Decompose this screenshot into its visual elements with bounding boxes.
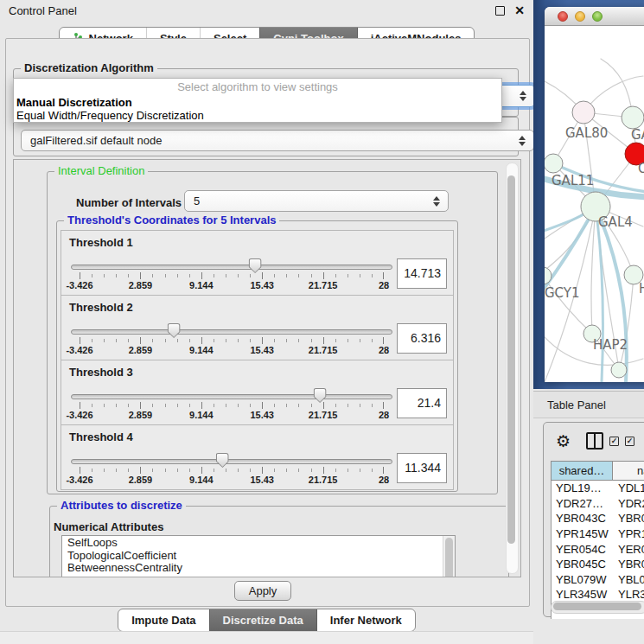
scale-tick-label: 28 xyxy=(379,475,389,485)
tab-discretize-data[interactable]: Discretize Data xyxy=(209,609,316,631)
attribute-item[interactable]: TopologicalCoefficient xyxy=(62,549,455,562)
table-row[interactable]: YDL19…YDL1 xyxy=(552,481,644,496)
table-cell: YBR045C xyxy=(552,558,614,571)
table-cell: YDR2 xyxy=(614,497,644,510)
control-panel-titlebar: Control Panel ✕ xyxy=(0,0,533,21)
scrollbar-thumb[interactable] xyxy=(507,175,515,544)
apply-button[interactable]: Apply xyxy=(234,581,291,601)
table-row[interactable]: YBL079WYBL0 xyxy=(552,572,644,588)
threshold-value-field[interactable]: 6.316 xyxy=(397,323,447,354)
scrollbar-thumb[interactable] xyxy=(553,603,641,610)
slider-thumb[interactable] xyxy=(168,323,181,338)
minimize-traffic-light[interactable] xyxy=(575,11,585,22)
gear-icon[interactable]: ⚙ xyxy=(556,433,571,450)
slider-thumb[interactable] xyxy=(314,388,327,403)
float-window-icon[interactable] xyxy=(495,6,505,16)
table-cell: YBL079W xyxy=(552,573,614,586)
dropdown-option-equal-width[interactable]: Equal Width/Frequency Discretization xyxy=(14,109,501,122)
scale-tick-label: 2.859 xyxy=(129,475,153,485)
table-row[interactable]: YPR145WYPR1 xyxy=(552,526,644,542)
network-canvas[interactable]: GAL80GACGAL11GAL4GCY1HHAP2 xyxy=(545,26,644,382)
scale-tick-label: 28 xyxy=(379,410,389,420)
numerical-attributes-label: Numerical Attributes xyxy=(54,520,163,533)
table-row[interactable]: YBR045CYBR0 xyxy=(552,557,644,572)
checkbox-checked-icon[interactable]: ✓ xyxy=(625,437,634,446)
network-node-label: H xyxy=(639,281,644,296)
tab-infer-network[interactable]: Infer Network xyxy=(316,609,415,631)
threshold-slider[interactable]: -3.4262.8599.14415.4321.71528 xyxy=(69,257,394,293)
panel-vertical-scrollbar[interactable] xyxy=(506,163,519,574)
table-cell: YDL19… xyxy=(552,481,614,494)
tab-impute-data[interactable]: Impute Data xyxy=(118,609,208,631)
zoom-traffic-light[interactable] xyxy=(592,11,603,22)
tab-label: Impute Data xyxy=(131,614,195,627)
close-traffic-light[interactable] xyxy=(558,11,568,22)
dropdown-option-manual[interactable]: Manual Discretization xyxy=(14,95,501,109)
table-cell: YDL1 xyxy=(614,481,644,494)
node-table: shared… na YDL19…YDL1YDR27…YDR2YBR043CYB… xyxy=(551,461,644,619)
table-row[interactable]: YDR27…YDR2 xyxy=(552,496,644,512)
table-header-row: shared… na xyxy=(551,461,644,481)
scale-tick-label: 21.715 xyxy=(309,410,338,420)
threshold-label: Threshold 2 xyxy=(69,301,133,314)
network-node[interactable] xyxy=(545,154,563,173)
number-of-intervals-label: Number of Intervals xyxy=(76,196,182,209)
list-vertical-scrollbar[interactable] xyxy=(443,536,455,577)
numerical-attributes-list: SelfLoopsTopologicalCoefficientBetweenne… xyxy=(62,536,455,574)
scale-tick-label: 28 xyxy=(379,280,389,290)
network-node[interactable] xyxy=(611,362,627,378)
scale-tick-label: 15.43 xyxy=(250,410,274,420)
numerical-attributes-listbox[interactable]: SelfLoopsTopologicalCoefficientBetweenne… xyxy=(61,535,456,577)
threshold-slider[interactable]: -3.4262.8599.14415.4321.71528 xyxy=(69,386,394,423)
slider-scale-labels: -3.4262.8599.14415.4321.71528 xyxy=(80,410,384,421)
combo-spinner-icon xyxy=(520,91,526,101)
slider-ticks xyxy=(80,272,384,279)
number-of-intervals-combobox[interactable]: 5 xyxy=(184,190,449,212)
scale-tick-label: -3.426 xyxy=(66,475,92,485)
slider-thumb[interactable] xyxy=(249,258,262,273)
status-strip xyxy=(0,631,533,644)
table-horizontal-scrollbar[interactable] xyxy=(551,601,644,614)
table-cell: YDR27… xyxy=(552,497,614,510)
network-node[interactable] xyxy=(622,106,644,129)
checkbox-checked-icon[interactable]: ✓ xyxy=(609,437,619,446)
tab-label: Infer Network xyxy=(330,614,402,627)
table-cell: YLR345W xyxy=(552,588,614,601)
scale-tick-label: 15.43 xyxy=(250,345,274,355)
table-row[interactable]: YER054CYER0 xyxy=(552,541,644,557)
scale-tick-label: 2.859 xyxy=(129,280,153,290)
threshold-label: Threshold 3 xyxy=(69,366,133,379)
attribute-item[interactable]: SelfLoops xyxy=(62,536,455,549)
close-icon[interactable]: ✕ xyxy=(514,4,525,16)
split-columns-icon[interactable] xyxy=(586,432,603,450)
scale-tick-label: 9.144 xyxy=(189,280,214,290)
table-cell: YER054C xyxy=(552,543,614,556)
network-node-label: GAL11 xyxy=(552,173,594,188)
thresholds-group: Threshold's Coordinates for 5 Intervals … xyxy=(56,220,458,492)
attribute-item[interactable]: BetweennessCentrality xyxy=(62,561,455,574)
tab-label: Discretize Data xyxy=(223,614,303,627)
threshold-list: Threshold 1 -3.4262.8599.14415.4321.7152… xyxy=(61,230,454,490)
threshold-label: Threshold 1 xyxy=(69,236,133,249)
table-cell: YBR0 xyxy=(614,512,644,525)
column-header-shared-name[interactable]: shared… xyxy=(551,461,613,481)
table-data-selected: galFiltered.sif default node xyxy=(30,134,162,147)
network-node[interactable] xyxy=(572,101,595,124)
threshold-slider[interactable]: -3.4262.8599.14415.4321.71528 xyxy=(69,451,394,488)
table-data-combobox[interactable]: galFiltered.sif default node xyxy=(21,130,534,151)
network-edge[interactable] xyxy=(596,207,603,382)
threshold-slider[interactable]: -3.4262.8599.14415.4321.71528 xyxy=(69,322,394,358)
column-header-name[interactable]: na xyxy=(612,461,644,481)
table-row[interactable]: YBR043CYBR0 xyxy=(552,511,644,526)
scale-tick-label: 21.715 xyxy=(309,280,338,290)
threshold-panel: Threshold 2 -3.4262.8599.14415.4321.7152… xyxy=(61,295,454,360)
table-panel-window: ⚙ ✓ ✓ shared… na YDL19…YDL1YDR27…YDR2YBR… xyxy=(543,422,644,617)
table-body: YDL19…YDL1YDR27…YDR2YBR043CYBR0YPR145WYP… xyxy=(551,481,644,619)
slider-thumb[interactable] xyxy=(216,453,229,468)
threshold-value-field[interactable]: 14.713 xyxy=(397,258,447,289)
network-edge[interactable] xyxy=(596,207,627,382)
threshold-value-field[interactable]: 11.344 xyxy=(397,453,447,483)
scrollbar-thumb[interactable] xyxy=(445,538,453,577)
threshold-value-field[interactable]: 21.4 xyxy=(397,388,447,418)
number-of-intervals-value: 5 xyxy=(194,194,200,207)
